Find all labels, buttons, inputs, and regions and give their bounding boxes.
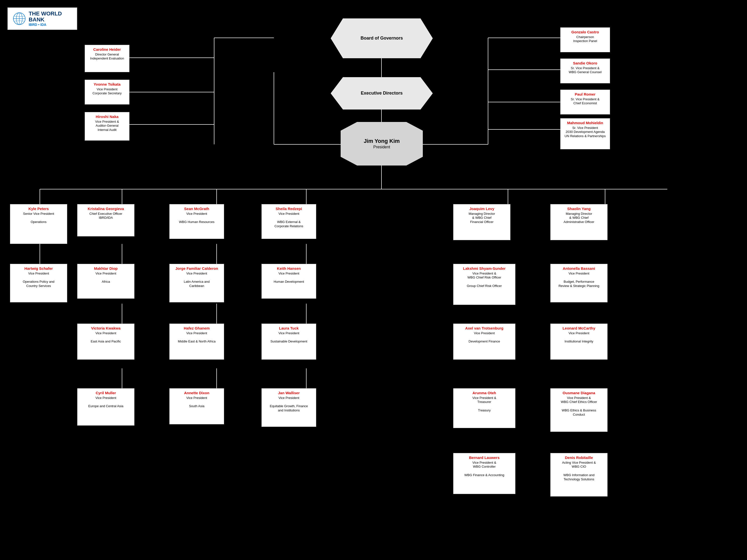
yvonne-tsikata-box: Yvonne Tsikata Vice PresidentCorporate S…	[85, 80, 129, 105]
axel-name: Axel van Trotsenburg	[456, 326, 513, 331]
hartwig-schafer-title: Vice PresidentOperations Policy andCount…	[13, 271, 65, 289]
annette-dixon-box: Annette Dixon Vice PresidentSouth Asia	[169, 388, 224, 424]
sandie-okoro-title: Sr. Vice President &WBG General Counsel	[563, 66, 607, 75]
paul-romer-name: Paul Romer	[563, 92, 607, 97]
paul-romer-box: Paul Romer Sr. Vice President &Chief Eco…	[560, 89, 610, 114]
leonard-name: Leonard McCarthy	[553, 326, 605, 331]
bernard-title: Vice President &WBG ControllerWBG Financ…	[456, 461, 513, 478]
logo-title: THE WORLD BANK	[29, 11, 72, 23]
org-chart: THE WORLD BANK IBRD • IDA Board of Gover…	[0, 0, 747, 560]
keith-hansen-box: Keith Hansen Vice PresidentHuman Develop…	[261, 264, 316, 299]
makhtar-diop-box: Makhtar Diop Vice PresidentAfrica	[77, 264, 134, 299]
kyle-peters-name: Kyle Peters	[13, 206, 65, 211]
sheila-redzepi-title: Vice PresidentWBG External &Corporate Re…	[264, 212, 313, 229]
logo-globe-icon	[13, 11, 26, 26]
gonzalo-castro-name: Gonzalo Castro	[563, 30, 607, 34]
yvonne-tsikata-title: Vice PresidentCorporate Secretary	[87, 87, 127, 96]
kristalina-georgieva-name: Kristalina Georgieva	[80, 206, 132, 211]
kyle-peters-box: Kyle Peters Senior Vice PresidentOperati…	[10, 204, 67, 244]
paul-romer-title: Sr. Vice President &Chief Economist	[563, 97, 607, 106]
hartwig-schafer-name: Hartwig Schafer	[13, 266, 65, 271]
hiroshi-naka-box: Hiroshi Naka Vice President &Auditor-Gen…	[85, 112, 129, 141]
jorge-familiar-title: Vice PresidentLatin America andCaribbean	[172, 271, 221, 289]
kyle-peters-title: Senior Vice PresidentOperations	[13, 212, 65, 224]
kristalina-georgieva-title: Chief Executive OfficerIBRD/IDA	[80, 212, 132, 220]
shaolin-yang-box: Shaolin Yang Managing Director& WBG Chie…	[550, 204, 608, 240]
laura-tuck-title: Vice PresidentSustainable Development	[264, 331, 313, 344]
makhtar-diop-name: Makhtar Diop	[80, 266, 132, 271]
arunma-box: Arunma Oteh Vice President &TreasurerTre…	[453, 388, 515, 428]
caroline-heider-title: Director GeneralIndependent Evaluation	[87, 53, 127, 61]
cyril-muller-name: Cyril Muller	[80, 391, 132, 396]
hafez-ghanem-name: Hafez Ghanem	[172, 326, 221, 331]
executive-directors: Executive Directors	[331, 77, 433, 109]
victoria-kwakwa-title: Vice PresidentEast Asia and Pacific	[80, 331, 132, 344]
joaquim-levy-box: Joaquim Levy Managing Director& WBG Chie…	[453, 204, 511, 240]
board-label: Board of Governors	[361, 35, 403, 41]
antonella-name: Antonella Bassani	[553, 266, 605, 271]
bernard-box: Bernard Lauwers Vice President &WBG Cont…	[453, 453, 515, 494]
caroline-heider-box: Caroline Heider Director GeneralIndepend…	[85, 45, 129, 72]
ousmane-title: Vice President &WBG Chief Ethics Officer…	[553, 396, 605, 417]
victoria-kwakwa-box: Victoria Kwakwa Vice PresidentEast Asia …	[77, 324, 134, 359]
jan-walliser-box: Jan Walliser Vice PresidentEquitable Gro…	[261, 388, 316, 427]
shaolin-yang-name: Shaolin Yang	[553, 206, 605, 211]
gonzalo-castro-box: Gonzalo Castro ChairpersonInspection Pan…	[560, 27, 610, 52]
jan-walliser-name: Jan Walliser	[264, 391, 313, 396]
caroline-heider-name: Caroline Heider	[87, 47, 127, 52]
yvonne-tsikata-name: Yvonne Tsikata	[87, 82, 127, 87]
leonard-title: Vice PresidentInstitutional Integrity	[553, 331, 605, 344]
makhtar-diop-title: Vice PresidentAfrica	[80, 271, 132, 284]
lakshmi-box: Lakshmi Shyam-Sunder Vice President &WBG…	[453, 264, 515, 305]
antonella-title: Vice PresidentBudget, PerformanceReview …	[553, 271, 605, 289]
axel-box: Axel van Trotsenburg Vice PresidentDevel…	[453, 324, 515, 359]
logo: THE WORLD BANK IBRD • IDA	[7, 7, 77, 30]
cyril-muller-box: Cyril Muller Vice PresidentEurope and Ce…	[77, 388, 134, 426]
joaquim-levy-name: Joaquim Levy	[456, 206, 508, 211]
keith-hansen-title: Vice PresidentHuman Development	[264, 271, 313, 284]
sandie-okoro-box: Sandie Okoro Sr. Vice President &WBG Gen…	[560, 58, 610, 83]
kristalina-georgieva-box: Kristalina Georgieva Chief Executive Off…	[77, 204, 134, 236]
cyril-muller-title: Vice PresidentEurope and Central Asia	[80, 396, 132, 409]
denis-title: Acting Vice President &WBG CIOWBG Inform…	[553, 461, 605, 482]
sean-mcgrath-name: Sean McGrath	[172, 206, 221, 211]
joaquim-levy-title: Managing Director& WBG ChiefFinancial Of…	[456, 212, 508, 224]
leonard-box: Leonard McCarthy Vice PresidentInstituti…	[550, 324, 608, 359]
exec-dir-label: Executive Directors	[361, 90, 403, 96]
victoria-kwakwa-name: Victoria Kwakwa	[80, 326, 132, 331]
hafez-ghanem-box: Hafez Ghanem Vice PresidentMiddle East &…	[169, 324, 224, 359]
shaolin-yang-title: Managing Director& WBG ChiefAdministrati…	[553, 212, 605, 224]
lakshmi-name: Lakshmi Shyam-Sunder	[456, 266, 513, 271]
hiroshi-naka-title: Vice President &Auditor-GeneralInternal …	[87, 120, 127, 132]
logo-subtitle: IBRD • IDA	[29, 23, 72, 27]
jorge-familiar-name: Jorge Familiar Calderon	[172, 266, 221, 271]
bernard-name: Bernard Lauwers	[456, 455, 513, 460]
jan-walliser-title: Vice PresidentEquitable Growth, Financea…	[264, 396, 313, 413]
annette-dixon-name: Annette Dixon	[172, 391, 221, 396]
denis-box: Denis Robitaille Acting Vice President &…	[550, 453, 608, 497]
antonella-box: Antonella Bassani Vice PresidentBudget, …	[550, 264, 608, 302]
sheila-redzepi-box: Sheila Redzepi Vice PresidentWBG Externa…	[261, 204, 316, 239]
hafez-ghanem-title: Vice PresidentMiddle East & North Africa	[172, 331, 221, 344]
sandie-okoro-name: Sandie Okoro	[563, 61, 607, 66]
axel-title: Vice PresidentDevelopment Finance	[456, 331, 513, 344]
jorge-familiar-box: Jorge Familiar Calderon Vice PresidentLa…	[169, 264, 224, 302]
hiroshi-naka-name: Hiroshi Naka	[87, 114, 127, 119]
president-box: Jim Yong Kim President	[341, 122, 423, 165]
sean-mcgrath-box: Sean McGrath Vice PresidentWBG Human Res…	[169, 204, 224, 239]
mahmoud-mohieldin-name: Mahmoud Mohieldin	[563, 121, 607, 126]
laura-tuck-name: Laura Tuck	[264, 326, 313, 331]
keith-hansen-name: Keith Hansen	[264, 266, 313, 271]
mahmoud-mohieldin-box: Mahmoud Mohieldin Sr. Vice President2030…	[560, 118, 610, 149]
logo-text: THE WORLD BANK IBRD • IDA	[29, 11, 72, 27]
gonzalo-castro-title: ChairpersonInspection Panel	[563, 35, 607, 44]
denis-name: Denis Robitaille	[553, 455, 605, 460]
annette-dixon-title: Vice PresidentSouth Asia	[172, 396, 221, 409]
arunma-name: Arunma Oteh	[456, 391, 513, 396]
hartwig-schafer-box: Hartwig Schafer Vice PresidentOperations…	[10, 264, 67, 302]
mahmoud-mohieldin-title: Sr. Vice President2030 Development Agend…	[563, 126, 607, 139]
board-of-governors: Board of Governors	[331, 19, 433, 58]
laura-tuck-box: Laura Tuck Vice PresidentSustainable Dev…	[261, 324, 316, 359]
sean-mcgrath-title: Vice PresidentWBG Human Resources	[172, 212, 221, 224]
president-title: President	[373, 144, 390, 150]
